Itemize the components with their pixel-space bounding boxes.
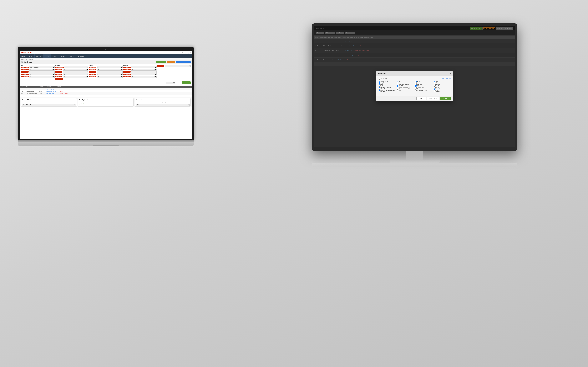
home-airport-input[interactable]	[63, 78, 89, 80]
check-icao[interactable]: ICAO	[415, 81, 432, 82]
table-row[interactable]: OVK Scheduled Charter Active Vaanora Mar…	[20, 90, 192, 92]
country-select[interactable]: any	[63, 71, 88, 73]
aircraft-family-select[interactable]: any	[97, 71, 122, 73]
check-cargo-carrier[interactable]: Cargo Carrier Type	[397, 87, 414, 88]
invert-selection-link[interactable]: invert selection	[441, 78, 450, 79]
check-startup-added[interactable]: Start-Up added	[379, 88, 396, 90]
fleet-field: Fleet by Homepage any	[55, 66, 88, 68]
select-all-label[interactable]: select all	[379, 78, 387, 80]
check-website[interactable]: Website	[415, 84, 432, 85]
table-row[interactable]: A5P Business/Private Charter Active Prag…	[20, 88, 192, 90]
submit-ideas-btn[interactable]: Submit Your Ideas	[156, 61, 166, 63]
cell-location[interactable]: Prague Ruzyne (PRG)	[46, 88, 59, 89]
check-phone[interactable]: Phone Number	[397, 82, 414, 84]
airline-it-select[interactable]: Choose IT System Type	[22, 104, 76, 106]
winners-losers-select[interactable]: select year	[136, 104, 190, 106]
check-legal-name[interactable]: Legal Name	[379, 82, 396, 84]
iosa-select[interactable]: any	[29, 75, 54, 78]
model-select[interactable]: any	[131, 66, 156, 68]
cell-type: Business/Private Charter	[26, 88, 38, 89]
cell-location[interactable]: Verona (VRN)	[46, 95, 59, 96]
search-type-select[interactable]: Search by Name/Code	[29, 66, 54, 68]
view-select[interactable]: Default View	[166, 82, 175, 84]
clear-search-link[interactable]: clear search	[176, 82, 182, 83]
result-count: 12154 airlines	[156, 82, 163, 83]
nav-lessors[interactable]: Lessors	[35, 54, 43, 58]
check-location[interactable]: Location	[379, 91, 396, 92]
num-engines-select[interactable]: 1e	[131, 73, 156, 75]
check-address-country[interactable]: Address Country	[397, 84, 414, 85]
check-address[interactable]: Address	[433, 91, 451, 92]
modal-col-group-2: IATA Phone Number Address Country Stock …	[397, 81, 414, 92]
check-iata[interactable]: IATA	[397, 81, 414, 82]
col-header-code: IATA	[21, 86, 25, 87]
check-type[interactable]: Type	[433, 81, 451, 82]
fleet-select[interactable]: any	[64, 66, 89, 68]
save-search-link[interactable]: Save search as...	[36, 82, 44, 83]
cell-location[interactable]: Perth Score (PSL)	[46, 93, 59, 94]
app-header: ch-aviation Simones Barthas (Simones.bar…	[20, 51, 192, 54]
check-facebook[interactable]: Facebook	[433, 85, 451, 87]
type-select[interactable]: any	[29, 71, 54, 73]
check-airline-name[interactable]: Airline Name	[379, 81, 396, 82]
account-settings-link[interactable]: Account Settings	[178, 53, 186, 54]
market-group-select[interactable]: any	[97, 66, 122, 68]
nav-news[interactable]: News	[20, 54, 27, 58]
check-termination-year[interactable]: Termination Year	[415, 90, 432, 91]
check-charter-avail[interactable]: Charter Availability	[379, 87, 396, 88]
table-row[interactable]: GLA Scheduled Charter Active Verona (VRN…	[20, 95, 192, 97]
engine-type-select[interactable]: any	[131, 71, 156, 73]
check-twitter[interactable]: Twitter	[379, 85, 396, 87]
check-country[interactable]: Country	[397, 90, 414, 91]
check-merged-into[interactable]: Merged into	[433, 87, 451, 88]
mfr-select[interactable]: any	[165, 65, 190, 67]
iosa-label: IOSA Certified	[21, 76, 28, 77]
modal-close-button[interactable]: ×	[450, 73, 451, 75]
nav-schedules[interactable]: Schedules	[76, 54, 86, 58]
check-alliance[interactable]: Alliance	[415, 85, 432, 87]
aircraft-family-field: Aircraft Family any	[89, 71, 122, 73]
nav-airlines[interactable]: Airlines	[43, 54, 51, 58]
check-charter-email[interactable]: Charter Email	[433, 82, 451, 84]
search-button[interactable]: search	[182, 82, 190, 84]
check-city[interactable]: City	[379, 84, 396, 85]
subdivision-select[interactable]: any	[63, 73, 88, 75]
alliance-select[interactable]: any	[29, 68, 54, 71]
aircraft-type-select[interactable]: any	[97, 75, 122, 78]
check-stock-ticker[interactable]: Stock Ticker	[397, 85, 414, 87]
nav-airports[interactable]: Airports	[51, 54, 59, 58]
nav-routes[interactable]: Routes	[59, 54, 67, 58]
apply-button[interactable]: Apply	[440, 97, 450, 100]
check-startup-updated[interactable]: Start-Up last updated	[397, 88, 414, 90]
status-select[interactable]: any	[29, 73, 54, 75]
manufacturer-select[interactable]: any	[97, 68, 122, 71]
total-seats-select[interactable]: any	[131, 75, 156, 78]
aircraft-select[interactable]: any	[97, 73, 122, 75]
nav-aircraft[interactable]: Aircraft	[27, 54, 35, 58]
laptop-screen: ch-aviation Simones Barthas (Simones.bar…	[20, 51, 192, 139]
nav-capacity[interactable]: Capacity	[67, 54, 76, 58]
variant-select[interactable]: any	[131, 68, 156, 71]
cancel-button[interactable]: cancel	[416, 97, 426, 100]
enrollment-select[interactable]: any	[63, 68, 88, 71]
check-linkedin[interactable]: LinkedIn	[433, 84, 451, 85]
select-all-checkbox[interactable]	[379, 78, 380, 80]
coming-soon-btn[interactable]: Coming Soon	[167, 61, 175, 63]
table-row[interactable]: EOO Business/Private Charter Active Pert…	[20, 92, 192, 95]
title-buttons: Submit Your Ideas Coming Soon Need help?…	[156, 61, 190, 63]
check-email[interactable]: Email	[415, 82, 432, 84]
use-default-button[interactable]: use default	[427, 97, 439, 100]
check-status[interactable]: Status	[433, 90, 451, 91]
faq-btn[interactable]: Need help? - FAQ on Airlines	[175, 61, 190, 63]
monitor-bezel-bottom	[314, 147, 515, 151]
check-planned-launch[interactable]: Planned Launch Quarter	[379, 90, 396, 91]
metro-select[interactable]: any	[63, 75, 88, 78]
startup-tracker-link[interactable]: open Start-Up Tracker	[79, 103, 133, 104]
check-launch-year[interactable]: Launch Year	[415, 87, 432, 88]
cell-country: Spain	[60, 91, 69, 92]
load-search-link[interactable]: Load search	[29, 82, 35, 83]
check-parent[interactable]: Parent	[415, 88, 432, 90]
check-startup-info[interactable]: Start-Up Info	[433, 88, 451, 90]
cell-location[interactable]: Vaanora Martinez (VLC)	[46, 91, 59, 92]
logout-link[interactable]: Logout	[187, 53, 190, 54]
